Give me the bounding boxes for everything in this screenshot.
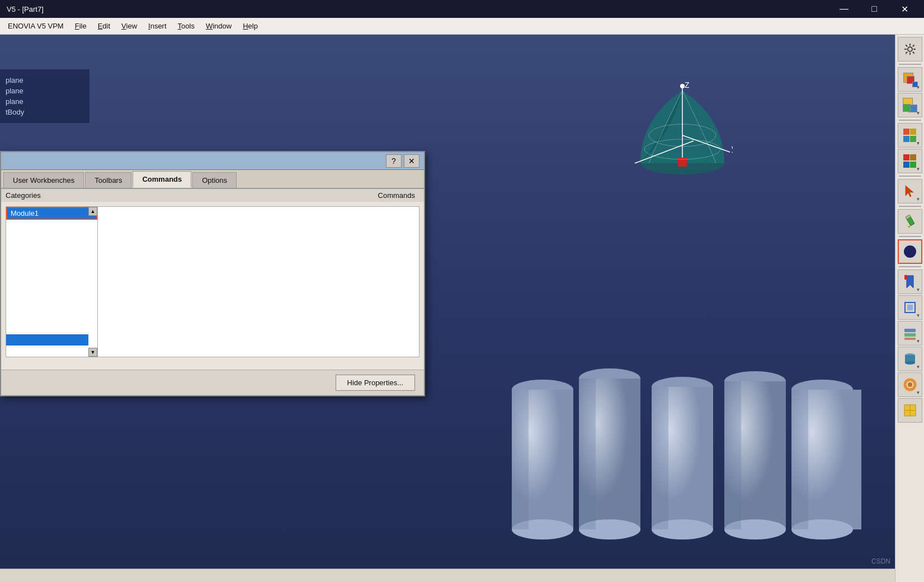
svg-text:Z: Z: [685, 81, 690, 89]
ring-icon: [902, 377, 918, 392]
maximize-btn[interactable]: □: [861, 0, 887, 18]
commands-header-label: Commands: [95, 191, 419, 200]
commands-list: [98, 206, 419, 357]
svg-rect-28: [652, 387, 668, 529]
palette2-icon: [902, 97, 918, 113]
svg-rect-26: [512, 390, 529, 529]
tab-user-workbenches[interactable]: User Workbenches: [3, 172, 84, 188]
tree-item[interactable]: tBody: [3, 107, 86, 117]
layers-icon: [902, 325, 918, 341]
dropdown-arrow: ▼: [916, 313, 921, 318]
tab-options[interactable]: Options: [192, 172, 237, 188]
svg-rect-40: [904, 329, 916, 332]
toolbar-palette4-btn[interactable]: ▼: [898, 149, 922, 173]
cylinder-icon: [902, 351, 918, 367]
categories-header-label: Categories: [6, 191, 95, 200]
gear-icon: [902, 41, 918, 57]
dialog-controls: ? ✕: [386, 154, 419, 168]
toolbar-ring-btn[interactable]: ▼: [898, 372, 922, 397]
right-toolbar: ▼ ▼ ▼ ▼ ▼: [895, 35, 924, 582]
toolbar-sep-3: [899, 176, 921, 177]
toolbar-cursor-btn[interactable]: ▼: [898, 179, 922, 204]
svg-rect-29: [724, 381, 741, 529]
toolbar-palette2-btn[interactable]: ▼: [898, 93, 922, 117]
toolbar-colorstack-btn[interactable]: ▼: [898, 67, 922, 92]
menu-bar: ENOVIA V5 VPM File Edit View Insert Tool…: [0, 18, 924, 35]
menu-insert[interactable]: Insert: [143, 20, 172, 32]
svg-rect-42: [904, 338, 916, 340]
commands-empty-area: [98, 207, 419, 357]
bookmark-icon: [902, 274, 918, 290]
svg-point-36: [904, 245, 916, 258]
scroll-up-arrow[interactable]: ▲: [88, 207, 97, 216]
status-bar: [0, 569, 895, 582]
commands-section: [98, 206, 419, 357]
categories-selected-bar: [6, 334, 88, 346]
toolbar-bookmark-btn[interactable]: ▼: [898, 269, 922, 294]
toolbar-extra-btn[interactable]: [898, 398, 922, 423]
menu-window[interactable]: Window: [200, 20, 237, 32]
hide-properties-btn[interactable]: Hide Properties...: [336, 375, 415, 391]
circle-fill-icon: [902, 244, 918, 259]
menu-help[interactable]: Help: [237, 20, 263, 32]
tree-item[interactable]: plane: [3, 96, 86, 107]
dropdown-arrow: ▼: [916, 111, 921, 116]
window-close-btn[interactable]: ✕: [892, 0, 917, 18]
dropdown-arrow: ▼: [916, 85, 921, 90]
colorstack-icon: [902, 72, 918, 87]
toolbar-palette3-btn[interactable]: ▼: [898, 123, 922, 148]
svg-point-45: [905, 361, 915, 365]
toolbar-square-btn[interactable]: ▼: [898, 295, 922, 320]
minimize-btn[interactable]: —: [831, 0, 857, 18]
scroll-down-arrow[interactable]: ▼: [88, 348, 97, 357]
title-bar: V5 - [Part7] — □ ✕: [0, 0, 924, 18]
menu-tools[interactable]: Tools: [172, 20, 200, 32]
svg-rect-37: [904, 275, 907, 280]
tab-toolbars[interactable]: Toolbars: [85, 172, 131, 188]
dialog-help-btn[interactable]: ?: [386, 154, 402, 168]
svg-rect-27: [579, 378, 596, 529]
svg-rect-41: [904, 333, 916, 337]
menu-edit[interactable]: Edit: [92, 20, 116, 32]
watermark: CSDN: [871, 557, 890, 565]
toolbar-settings-btn[interactable]: [898, 37, 922, 61]
svg-rect-7: [678, 158, 687, 167]
toolbar-layers-btn[interactable]: ▼: [898, 321, 922, 346]
toolbar-sep-6: [899, 266, 921, 267]
svg-marker-34: [907, 226, 911, 228]
cursor-icon: [902, 183, 918, 199]
toolbar-circle-btn[interactable]: [898, 239, 922, 264]
svg-text:y: y: [732, 144, 733, 153]
title-controls: — □ ✕: [831, 0, 917, 18]
palette3-icon: [903, 128, 917, 143]
dialog-close-btn[interactable]: ✕: [404, 154, 419, 168]
dropdown-arrow: ▼: [916, 197, 921, 202]
category-module1[interactable]: Module1: [6, 207, 97, 220]
svg-point-31: [908, 47, 912, 51]
dialog-content: ▲ Module1 ▼: [1, 202, 424, 370]
menu-enovia[interactable]: ENOVIA V5 VPM: [2, 20, 69, 32]
dropdown-arrow: ▼: [916, 339, 921, 344]
tree-item[interactable]: plane: [3, 86, 86, 96]
menu-file[interactable]: File: [69, 20, 92, 32]
svg-point-8: [680, 84, 685, 88]
toolbar-sep-1: [899, 64, 921, 65]
categories-list: ▲ Module1 ▼: [6, 206, 98, 357]
menu-view[interactable]: View: [116, 20, 143, 32]
tree-item[interactable]: plane: [3, 75, 86, 86]
customize-dialog: ? ✕ User Workbenches Toolbars Commands O…: [0, 151, 425, 396]
toolbar-pencil-btn[interactable]: [898, 209, 922, 234]
3d-cylinders: [498, 356, 861, 569]
svg-rect-39: [907, 305, 913, 310]
dropdown-arrow: ▼: [916, 287, 921, 292]
toolbar-cylinder-btn[interactable]: ▼: [898, 347, 922, 371]
toolbar-sep-4: [899, 206, 921, 207]
palette4-icon: [903, 154, 917, 168]
dropdown-arrow: ▼: [916, 141, 921, 146]
dialog-footer: Hide Properties...: [1, 370, 424, 395]
svg-rect-30: [791, 390, 808, 529]
square-outline-icon: [902, 300, 918, 315]
toolbar-sep-2: [899, 120, 921, 121]
column-headers: Categories Commands: [1, 189, 424, 202]
tab-commands[interactable]: Commands: [133, 171, 191, 188]
